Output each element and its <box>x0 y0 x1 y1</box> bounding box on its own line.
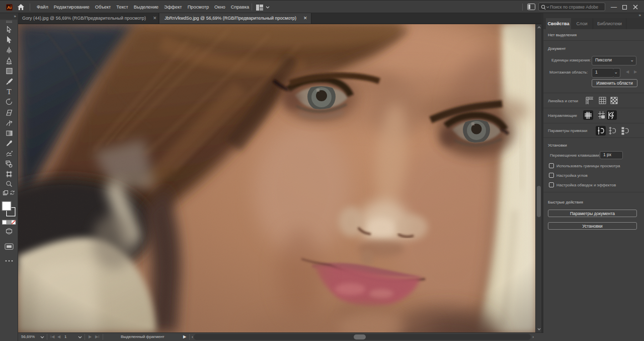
svg-text:T: T <box>7 88 11 96</box>
